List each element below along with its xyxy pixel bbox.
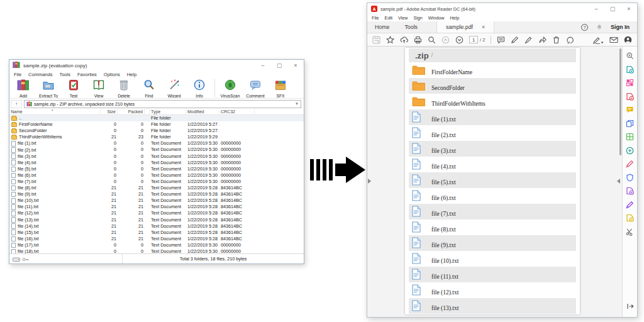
file-row[interactable]: file (4).txt00Text Document1/22/2019 5:3… [9, 160, 304, 166]
expand-tools-icon[interactable] [626, 301, 634, 312]
menu-item-file[interactable]: File [14, 72, 21, 77]
file-row[interactable]: ..File folder [9, 115, 304, 121]
export-pdf-icon[interactable] [623, 63, 637, 77]
ink-sign-icon[interactable] [525, 36, 533, 44]
file-row[interactable]: file (2).txt00Text Document1/22/2019 5:3… [9, 147, 304, 153]
column-header-name[interactable]: Name [9, 109, 101, 115]
maximize-button[interactable]: ▢ [271, 60, 287, 71]
pdf-item-row[interactable]: file (10).txt [409, 251, 576, 267]
toolbar-button-add[interactable]: Add [11, 78, 36, 98]
file-row[interactable]: file (10).txt2121Text Document1/22/2019 … [9, 197, 304, 204]
envelope-icon[interactable] [609, 36, 618, 44]
toolbar-button-wizard[interactable]: Wizard [162, 78, 187, 98]
tab-home[interactable]: Home [367, 21, 397, 33]
star-icon[interactable] [386, 36, 394, 44]
file-row[interactable]: file (1).txt00Text Document1/22/2019 5:3… [9, 140, 304, 147]
file-row[interactable]: FirstFolderName00File folder1/22/2019 5:… [9, 121, 304, 128]
bell-icon[interactable] [596, 21, 603, 33]
pdf-item-row[interactable]: file (3).txt [409, 141, 576, 157]
toolbar-button-info[interactable]: Info [187, 78, 212, 98]
pdf-item-row[interactable]: file (12).txt [409, 282, 576, 298]
expand-nav-pane-icon[interactable] [368, 179, 371, 184]
toolbar-button-find[interactable]: Find [136, 78, 162, 98]
file-row[interactable]: file (16).txt2121Text Document1/22/2019 … [9, 236, 304, 242]
file-row[interactable]: file (12).txt2121Text Document1/22/2019 … [9, 210, 304, 216]
measure-icon[interactable] [623, 198, 637, 212]
pdf-item-row[interactable]: file (1).txt [409, 109, 576, 125]
menu-item-window[interactable]: Window [428, 15, 445, 21]
sign-in-button[interactable]: Sign In [611, 24, 630, 30]
page-down-icon[interactable] [455, 36, 464, 44]
toolbar-button-delete[interactable]: Delete [111, 78, 136, 98]
file-row[interactable]: SecondFolder00File folder1/22/2019 5:27 … [9, 128, 304, 134]
request-signatures-icon[interactable] [623, 211, 637, 225]
close-tab-icon[interactable]: × [482, 24, 485, 30]
maximize-button[interactable]: ▢ [604, 3, 621, 14]
minimize-button[interactable]: – [255, 60, 271, 71]
toolbar-button-view[interactable]: View [86, 78, 111, 98]
redact-icon[interactable] [623, 184, 637, 198]
pdf-item-row[interactable]: file (13).txt [409, 298, 576, 314]
search-icon[interactable] [428, 36, 436, 44]
close-button[interactable]: × [621, 3, 637, 14]
file-row[interactable]: file (13).txt2121Text Document1/22/2019 … [9, 217, 304, 223]
pdf-item-row[interactable]: file (8).txt [409, 219, 576, 235]
create-pdf-icon[interactable] [623, 76, 637, 90]
column-header-crc32[interactable]: CRC32 [219, 109, 255, 115]
vertical-scrollbar[interactable] [619, 48, 621, 155]
collapse-tools-pane-icon[interactable] [617, 179, 620, 184]
menu-item-options[interactable]: Options [104, 72, 120, 77]
file-row[interactable]: file (9).txt2121Text Document1/22/2019 5… [9, 191, 304, 197]
column-header-packed[interactable]: Packed [118, 109, 145, 115]
rotate-icon[interactable] [566, 36, 574, 44]
trash-icon[interactable] [552, 36, 560, 44]
acrobat-titlebar[interactable]: A sample.pdf - Adobe Acrobat Reader DC (… [367, 3, 637, 14]
more-tools-icon[interactable] [623, 225, 637, 239]
combine-files-icon[interactable] [623, 117, 637, 131]
toolbar-button-extract-to[interactable]: Extract To [36, 78, 61, 98]
print-icon[interactable] [414, 36, 422, 44]
pdf-item-row[interactable]: file (4).txt [409, 157, 576, 172]
menu-item-favorites[interactable]: Favorites [77, 72, 97, 77]
chevron-down-icon[interactable]: ▼ [295, 102, 299, 106]
organize-pages-icon[interactable] [623, 130, 637, 144]
pdf-item-row[interactable]: file (6).txt [409, 188, 576, 204]
comment-tool-icon[interactable] [623, 103, 637, 117]
menu-item-help[interactable]: Help [127, 72, 136, 77]
page-up-icon[interactable] [441, 36, 450, 44]
pdf-item-row[interactable]: file (5).txt [409, 172, 576, 188]
pdf-item-row[interactable]: FirstFolderName [409, 62, 576, 78]
compress-pdf-icon[interactable] [623, 144, 637, 158]
column-header-modified[interactable]: Modified [186, 109, 219, 115]
toolbar-button-sfx[interactable]: SFX [268, 78, 293, 98]
toolbar-button-comment[interactable]: Comment [243, 78, 268, 98]
menu-item-tools[interactable]: Tools [59, 72, 70, 77]
file-row[interactable]: file (11).txt2121Text Document1/22/2019 … [9, 204, 304, 210]
menu-item-view[interactable]: View [398, 15, 408, 21]
toolbar-button-test[interactable]: Test [61, 78, 86, 98]
esign-icon[interactable] [593, 36, 604, 44]
menu-item-commands[interactable]: Commands [28, 72, 52, 77]
share-cloud-icon[interactable] [400, 36, 408, 44]
menu-item-sign[interactable]: Sign [413, 15, 422, 21]
file-row[interactable]: file (14).txt2121Text Document1/22/2019 … [9, 223, 304, 230]
pdf-item-row[interactable]: file (2).txt [409, 125, 576, 141]
comment-icon[interactable] [497, 36, 505, 44]
tab-document[interactable]: sample.pdf × [436, 21, 494, 33]
minimize-button[interactable]: – [588, 3, 604, 14]
pdf-item-row[interactable]: SecondFolder [409, 78, 576, 94]
menu-item-edit[interactable]: Edit [385, 15, 392, 21]
pdf-item-row[interactable]: file (11).txt [409, 267, 576, 282]
file-row[interactable]: file (5).txt00Text Document1/22/2019 5:3… [9, 166, 304, 172]
fill-sign-icon[interactable] [623, 157, 637, 171]
file-row[interactable]: file (18).txt00Text Document1/22/2019 5:… [9, 248, 304, 253]
pdf-item-row[interactable]: file (7).txt [409, 204, 576, 219]
column-header-type[interactable]: Type [150, 109, 186, 115]
file-row[interactable]: file (3).txt00Text Document1/22/2019 5:3… [9, 153, 304, 160]
account-icon[interactable] [624, 36, 632, 44]
file-row[interactable]: file (15).txt2121Text Document1/22/2019 … [9, 230, 304, 236]
file-row[interactable]: file (6).txt00Text Document1/22/2019 5:3… [9, 172, 304, 179]
close-button[interactable]: × [287, 60, 304, 71]
pencil-icon[interactable] [511, 36, 519, 44]
toolbar-button-virusscan[interactable]: VirusScan [218, 78, 243, 98]
